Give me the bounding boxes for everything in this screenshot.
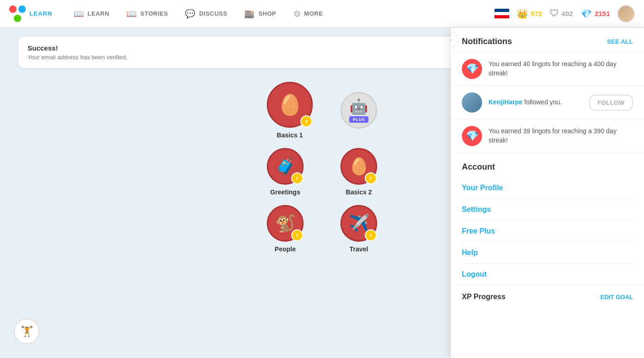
people-label: People (275, 245, 296, 253)
streak-stat[interactable]: 👑 572 (517, 8, 542, 19)
flag-white (494, 12, 509, 15)
flag-blue (494, 9, 509, 12)
streak-value: 572 (531, 10, 542, 17)
logo-circles (9, 6, 26, 22)
notifications-title: Notifications (462, 37, 512, 46)
basics1-label: Basics 1 (277, 131, 303, 139)
dumbbell-button[interactable]: 🏋 (14, 318, 40, 344)
greetings-circle: 🧳 3 (267, 148, 304, 185)
see-all-link[interactable]: SEE ALL (607, 38, 633, 45)
travel-circle: ✈️ 3 (340, 205, 377, 242)
notif2-avatar (462, 92, 482, 113)
shield-stat[interactable]: 🛡 402 (550, 8, 573, 19)
greetings-emoji: 🧳 (275, 157, 296, 176)
discuss-icon: 💬 (185, 9, 196, 19)
nav-items: 📖 LEARN 📖 STORIES 💬 DISCUSS 🏬 SHOP ⊙ MOR… (66, 5, 494, 23)
flag-french[interactable] (494, 9, 509, 19)
basics2-crown: 3 (365, 172, 377, 184)
notification-3: 💎 You earned 39 lingots for reaching a 3… (451, 119, 644, 153)
shield-value: 402 (562, 10, 573, 17)
nav-stories-label: STORIES (140, 10, 168, 17)
gems-stat[interactable]: 💎 2151 (581, 8, 610, 19)
gems-value: 2151 (595, 10, 610, 17)
nav-learn[interactable]: 📖 LEARN (66, 5, 117, 23)
notif2-text: KenjiHarpe followed you. (489, 98, 583, 107)
account-section: Account (451, 153, 644, 177)
user-avatar-button[interactable] (617, 5, 635, 23)
avatar-image (618, 6, 634, 22)
basics1-circle: 🥚 3 (267, 82, 313, 128)
your-profile-link[interactable]: Your Profile (462, 177, 633, 199)
lesson-travel[interactable]: ✈️ 3 Travel (340, 205, 377, 253)
plus-label: PLUS (349, 116, 368, 123)
account-title: Account (462, 162, 633, 172)
more-icon: ⊙ (293, 9, 301, 19)
gem-icon: 💎 (581, 8, 592, 19)
gem-notif3-icon: 💎 (466, 130, 478, 142)
xp-progress-title: XP Progress (462, 293, 506, 301)
notif3-icon: 💎 (462, 126, 482, 146)
nav-more[interactable]: ⊙ MORE (286, 5, 331, 23)
navbar: LEARN 📖 LEARN 📖 STORIES 💬 DISCUSS 🏬 SHOP… (0, 0, 644, 28)
crown-icon: 👑 (517, 8, 528, 19)
nav-discuss[interactable]: 💬 DISCUSS (178, 5, 235, 23)
basics2-emoji: 🥚 (349, 157, 369, 176)
settings-link[interactable]: Settings (462, 199, 633, 221)
lesson-greetings[interactable]: 🧳 3 Greetings (267, 148, 304, 196)
logo-text: LEARN (29, 10, 52, 17)
nav-shop-label: SHOP (259, 10, 276, 17)
nav-stories[interactable]: 📖 STORIES (119, 5, 176, 23)
travel-crown: 3 (365, 229, 377, 241)
logo-blue (18, 6, 26, 13)
notif1-text: You earned 40 lingots for reaching a 400… (489, 60, 633, 78)
notification-1: 💎 You earned 40 lingots for reaching a 4… (451, 52, 644, 85)
stories-icon: 📖 (126, 9, 137, 19)
nav-right: 👑 572 🛡 402 💎 2151 (494, 5, 635, 23)
plus-robot-icon: 🤖 (350, 98, 368, 115)
travel-label: Travel (350, 245, 368, 253)
lesson-people[interactable]: 🐒 3 People (267, 205, 304, 253)
people-circle: 🐒 3 (267, 205, 304, 242)
nav-more-label: MORE (304, 10, 323, 17)
greetings-label: Greetings (270, 188, 300, 196)
main-content: Success! Your email address has been ver… (0, 28, 644, 358)
notif2-followed-text: followed you. (523, 98, 562, 106)
basics1-emoji: 🥚 (277, 93, 303, 117)
help-link[interactable]: Help (462, 242, 633, 264)
learn-icon: 📖 (74, 9, 84, 19)
follow-button[interactable]: FOLLOW (589, 95, 633, 111)
people-emoji: 🐒 (275, 214, 296, 233)
logo[interactable]: LEARN (9, 6, 52, 22)
account-links: Your Profile Settings Free Plus Help Log… (451, 177, 644, 285)
free-plus-link[interactable]: Free Plus (462, 221, 633, 242)
notif2-user[interactable]: KenjiHarpe (489, 98, 523, 106)
shield-icon: 🛡 (550, 8, 559, 19)
basics1-crown: 3 (300, 115, 312, 127)
notification-2: KenjiHarpe followed you. FOLLOW (451, 85, 644, 119)
edit-goal-link[interactable]: EDIT GOAL (600, 294, 633, 301)
nav-discuss-label: DISCUSS (199, 10, 227, 17)
logo-green (14, 15, 21, 22)
notif3-text: You earned 39 lingots for reaching a 390… (489, 127, 633, 145)
dumbbell-icon: 🏋 (21, 325, 33, 337)
lesson-basics1[interactable]: 🥚 3 Basics 1 (267, 82, 313, 139)
basics2-label: Basics 2 (346, 188, 372, 196)
lesson-row-2: 🧳 3 Greetings 🥚 3 Basics 2 (267, 148, 377, 196)
people-crown: 3 (291, 229, 303, 241)
logo-red (9, 6, 17, 13)
gem-notif-icon: 💎 (466, 63, 478, 75)
nav-shop[interactable]: 🏬 SHOP (237, 5, 283, 23)
basics2-circle: 🥚 3 (340, 148, 377, 185)
notif1-icon: 💎 (462, 59, 482, 79)
lesson-row-3: 🐒 3 People ✈️ 3 Travel (267, 205, 377, 253)
xp-progress-section: XP Progress EDIT GOAL (451, 285, 644, 308)
plus-badge[interactable]: 🤖 PLUS (340, 92, 377, 129)
travel-emoji: ✈️ (349, 214, 369, 233)
greetings-crown: 3 (291, 172, 303, 184)
logout-link[interactable]: Logout (462, 264, 633, 285)
nav-learn-label: LEARN (87, 10, 109, 17)
notifications-header: Notifications SEE ALL (451, 28, 644, 52)
flag-red (494, 15, 509, 18)
dropdown-panel: › Notifications SEE ALL 💎 You earned 40 … (451, 28, 644, 358)
lesson-basics2[interactable]: 🥚 3 Basics 2 (340, 148, 377, 196)
